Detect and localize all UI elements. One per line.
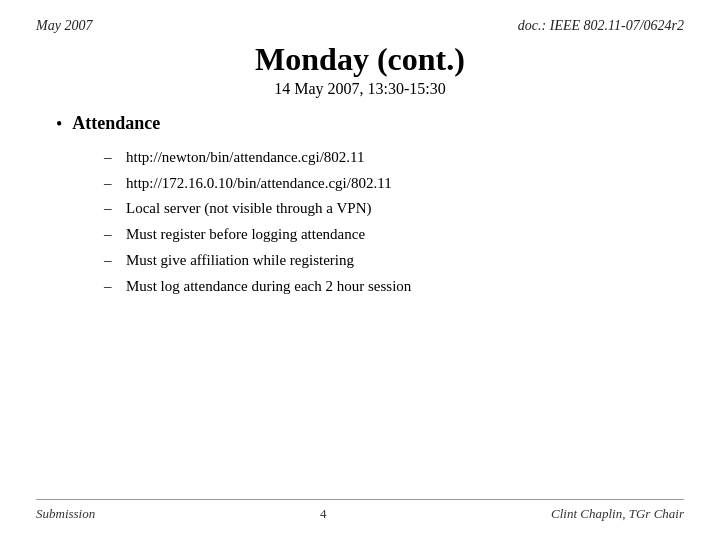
sub-item-5: –Must log attendance during each 2 hour …	[104, 276, 684, 298]
slide: May 2007 doc.: IEEE 802.11-07/0624r2 Mon…	[0, 0, 720, 540]
content: • Attendance –http://newton/bin/attendan…	[36, 112, 684, 297]
footer: Submission 4 Clint Chaplin, TGr Chair	[36, 499, 684, 522]
sub-text-4: Must give affiliation while registering	[126, 250, 354, 272]
sub-text-3: Must register before logging attendance	[126, 224, 365, 246]
footer-submission: Submission	[36, 506, 95, 522]
footer-author: Clint Chaplin, TGr Chair	[551, 506, 684, 522]
sub-item-0: –http://newton/bin/attendance.cgi/802.11	[104, 147, 684, 169]
bullet-attendance: • Attendance	[56, 112, 684, 136]
sub-list: –http://newton/bin/attendance.cgi/802.11…	[104, 147, 684, 298]
dash-1: –	[104, 173, 116, 195]
dash-4: –	[104, 250, 116, 272]
header-date: May 2007	[36, 18, 92, 34]
sub-text-1: http://172.16.0.10/bin/attendance.cgi/80…	[126, 173, 392, 195]
dash-5: –	[104, 276, 116, 298]
dash-0: –	[104, 147, 116, 169]
sub-text-2: Local server (not visible through a VPN)	[126, 198, 372, 220]
sub-text-0: http://newton/bin/attendance.cgi/802.11	[126, 147, 365, 169]
sub-item-3: –Must register before logging attendance	[104, 224, 684, 246]
sub-item-4: –Must give affiliation while registering	[104, 250, 684, 272]
main-title: Monday (cont.)	[36, 40, 684, 78]
header: May 2007 doc.: IEEE 802.11-07/0624r2	[36, 18, 684, 34]
dash-3: –	[104, 224, 116, 246]
attendance-label: Attendance	[72, 112, 160, 135]
sub-item-1: –http://172.16.0.10/bin/attendance.cgi/8…	[104, 173, 684, 195]
title-section: Monday (cont.) 14 May 2007, 13:30-15:30	[36, 40, 684, 98]
bullet-dot: •	[56, 113, 62, 136]
sub-item-2: –Local server (not visible through a VPN…	[104, 198, 684, 220]
header-doc: doc.: IEEE 802.11-07/0624r2	[518, 18, 684, 34]
footer-page: 4	[320, 506, 327, 522]
subtitle: 14 May 2007, 13:30-15:30	[36, 80, 684, 98]
dash-2: –	[104, 198, 116, 220]
sub-text-5: Must log attendance during each 2 hour s…	[126, 276, 411, 298]
